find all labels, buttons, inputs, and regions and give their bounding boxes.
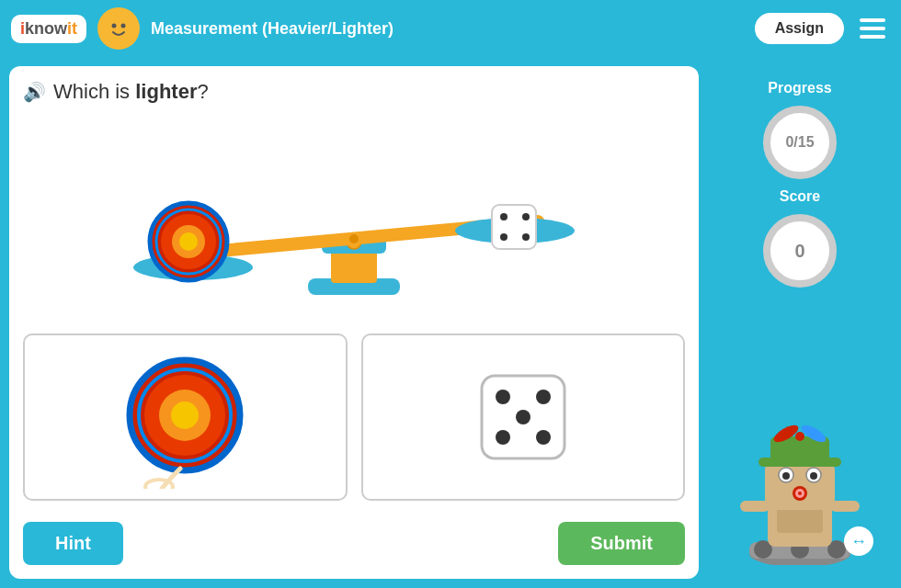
svg-point-1 bbox=[112, 24, 117, 28]
svg-rect-60 bbox=[830, 501, 860, 512]
sound-icon[interactable]: 🔊 bbox=[23, 81, 46, 103]
arrow-icon: ↔ bbox=[850, 532, 867, 551]
bottom-buttons: Hint Submit bbox=[23, 514, 685, 565]
svg-point-55 bbox=[810, 472, 817, 480]
svg-point-18 bbox=[179, 232, 198, 251]
logo-it: it bbox=[67, 19, 77, 39]
arrow-button[interactable]: ↔ bbox=[844, 526, 873, 556]
svg-point-58 bbox=[798, 492, 802, 495]
avatar bbox=[97, 7, 140, 50]
svg-point-24 bbox=[500, 233, 508, 241]
svg-point-54 bbox=[782, 472, 790, 480]
svg-point-35 bbox=[536, 390, 551, 404]
submit-button[interactable]: Submit bbox=[558, 522, 685, 565]
svg-point-23 bbox=[522, 213, 530, 220]
right-panel: Progress 0/15 Score 0 bbox=[708, 66, 892, 579]
svg-point-32 bbox=[145, 480, 173, 489]
logo: iknowit bbox=[11, 15, 86, 43]
svg-point-29 bbox=[171, 401, 199, 429]
hint-button[interactable]: Hint bbox=[23, 522, 123, 565]
header: iknowit Measurement (Heavier/Lighter) As… bbox=[0, 0, 901, 57]
page-title: Measurement (Heavier/Lighter) bbox=[151, 19, 744, 39]
choice-yoyo[interactable] bbox=[23, 334, 348, 501]
svg-rect-46 bbox=[765, 459, 835, 510]
progress-label: Progress bbox=[768, 80, 831, 96]
score-value: 0 bbox=[794, 241, 804, 262]
assign-button[interactable]: Assign bbox=[755, 13, 844, 44]
hamburger-line bbox=[860, 18, 885, 22]
logo-know: know bbox=[25, 19, 67, 39]
svg-point-25 bbox=[522, 233, 530, 241]
progress-value: 0/15 bbox=[785, 134, 814, 151]
main-container: 🔊 Which is lighter? bbox=[0, 57, 901, 588]
hamburger-line bbox=[860, 27, 885, 30]
svg-point-38 bbox=[536, 430, 551, 445]
choices-container bbox=[23, 334, 685, 501]
left-panel: 🔊 Which is lighter? bbox=[9, 66, 699, 579]
robot-area: ↔ bbox=[717, 297, 883, 565]
dice-image bbox=[477, 371, 569, 463]
svg-point-34 bbox=[496, 390, 510, 404]
svg-point-37 bbox=[496, 430, 510, 445]
svg-point-2 bbox=[121, 24, 126, 28]
scale-area bbox=[23, 118, 685, 320]
svg-point-49 bbox=[795, 432, 804, 441]
question-bold: lighter bbox=[135, 80, 197, 103]
yoyo-image bbox=[120, 346, 249, 489]
svg-point-0 bbox=[104, 14, 133, 43]
menu-button[interactable] bbox=[855, 14, 890, 43]
svg-rect-59 bbox=[740, 501, 770, 512]
hamburger-line bbox=[860, 35, 885, 39]
scale-svg bbox=[97, 122, 611, 315]
question-header: 🔊 Which is lighter? bbox=[23, 80, 685, 104]
progress-circle: 0/15 bbox=[763, 106, 837, 179]
question-text: Which is lighter? bbox=[53, 80, 209, 104]
svg-point-8 bbox=[349, 234, 359, 243]
score-label: Score bbox=[780, 188, 820, 205]
score-circle: 0 bbox=[763, 214, 837, 288]
svg-point-36 bbox=[516, 410, 530, 424]
svg-rect-21 bbox=[492, 205, 536, 249]
svg-point-22 bbox=[500, 213, 508, 220]
choice-dice[interactable] bbox=[361, 334, 686, 501]
